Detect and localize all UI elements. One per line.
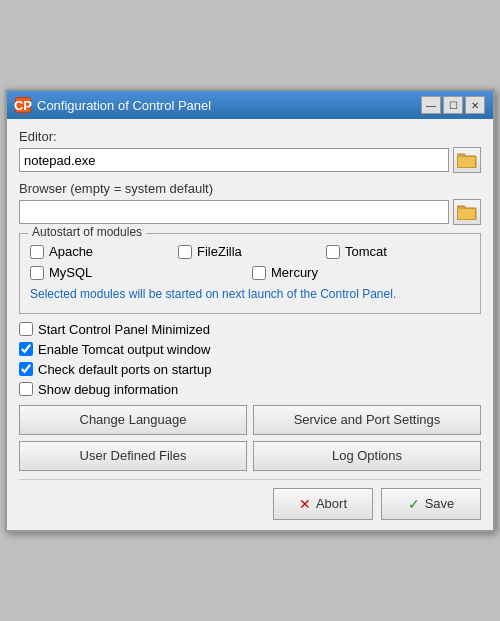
browser-row bbox=[19, 199, 481, 225]
close-button[interactable]: ✕ bbox=[465, 96, 485, 114]
bottom-buttons: ✕ Abort ✓ Save bbox=[19, 479, 481, 520]
abort-label: Abort bbox=[316, 496, 347, 511]
minimize-button[interactable]: — bbox=[421, 96, 441, 114]
browser-label: Browser (empty = system default) bbox=[19, 181, 481, 196]
log-options-button[interactable]: Log Options bbox=[253, 441, 481, 471]
option-default-ports[interactable]: Check default ports on startup bbox=[19, 362, 481, 377]
change-language-button[interactable]: Change Language bbox=[19, 405, 247, 435]
mercury-checkbox[interactable] bbox=[252, 266, 266, 280]
title-buttons: — ☐ ✕ bbox=[421, 96, 485, 114]
mercury-checkbox-item[interactable]: Mercury bbox=[252, 265, 470, 280]
option-debug[interactable]: Show debug information bbox=[19, 382, 481, 397]
autostart-group: Autostart of modules Apache FileZilla To… bbox=[19, 233, 481, 314]
default-ports-label: Check default ports on startup bbox=[38, 362, 211, 377]
folder-icon-2 bbox=[457, 204, 477, 220]
tomcat-output-checkbox[interactable] bbox=[19, 342, 33, 356]
mercury-label: Mercury bbox=[271, 265, 318, 280]
apache-checkbox-item[interactable]: Apache bbox=[30, 244, 174, 259]
action-buttons-grid: Change Language Service and Port Setting… bbox=[19, 405, 481, 471]
default-ports-checkbox[interactable] bbox=[19, 362, 33, 376]
abort-icon: ✕ bbox=[299, 496, 311, 512]
svg-rect-2 bbox=[458, 157, 475, 167]
editor-browse-button[interactable] bbox=[453, 147, 481, 173]
apache-checkbox[interactable] bbox=[30, 245, 44, 259]
main-window: CP Configuration of Control Panel — ☐ ✕ … bbox=[5, 89, 495, 532]
editor-row bbox=[19, 147, 481, 173]
browser-input[interactable] bbox=[19, 200, 449, 224]
debug-checkbox[interactable] bbox=[19, 382, 33, 396]
option-tomcat-output[interactable]: Enable Tomcat output window bbox=[19, 342, 481, 357]
autostart-info: Selected modules will be started on next… bbox=[30, 286, 470, 303]
editor-label: Editor: bbox=[19, 129, 481, 144]
autostart-row2: MySQL Mercury bbox=[30, 265, 470, 280]
autostart-row1: Apache FileZilla Tomcat bbox=[30, 244, 470, 259]
tomcat-label: Tomcat bbox=[345, 244, 387, 259]
save-label: Save bbox=[425, 496, 455, 511]
autostart-group-title: Autostart of modules bbox=[28, 225, 146, 239]
mysql-checkbox-item[interactable]: MySQL bbox=[30, 265, 248, 280]
window-title: Configuration of Control Panel bbox=[37, 98, 211, 113]
mysql-label: MySQL bbox=[49, 265, 92, 280]
maximize-button[interactable]: ☐ bbox=[443, 96, 463, 114]
minimized-checkbox[interactable] bbox=[19, 322, 33, 336]
app-icon: CP bbox=[15, 97, 31, 113]
save-icon: ✓ bbox=[408, 496, 420, 512]
tomcat-checkbox-item[interactable]: Tomcat bbox=[326, 244, 470, 259]
editor-input[interactable] bbox=[19, 148, 449, 172]
svg-rect-5 bbox=[458, 209, 475, 219]
filezilla-checkbox-item[interactable]: FileZilla bbox=[178, 244, 322, 259]
content-area: Editor: Browser (empty = system default) bbox=[7, 119, 493, 530]
tomcat-output-label: Enable Tomcat output window bbox=[38, 342, 210, 357]
minimized-label: Start Control Panel Minimized bbox=[38, 322, 210, 337]
abort-button[interactable]: ✕ Abort bbox=[273, 488, 373, 520]
save-button[interactable]: ✓ Save bbox=[381, 488, 481, 520]
filezilla-checkbox[interactable] bbox=[178, 245, 192, 259]
filezilla-label: FileZilla bbox=[197, 244, 242, 259]
debug-label: Show debug information bbox=[38, 382, 178, 397]
title-bar-left: CP Configuration of Control Panel bbox=[15, 97, 211, 113]
service-port-button[interactable]: Service and Port Settings bbox=[253, 405, 481, 435]
folder-icon bbox=[457, 152, 477, 168]
options-section: Start Control Panel Minimized Enable Tom… bbox=[19, 322, 481, 397]
mysql-checkbox[interactable] bbox=[30, 266, 44, 280]
tomcat-checkbox[interactable] bbox=[326, 245, 340, 259]
user-defined-button[interactable]: User Defined Files bbox=[19, 441, 247, 471]
browser-browse-button[interactable] bbox=[453, 199, 481, 225]
title-bar: CP Configuration of Control Panel — ☐ ✕ bbox=[7, 91, 493, 119]
option-minimized[interactable]: Start Control Panel Minimized bbox=[19, 322, 481, 337]
apache-label: Apache bbox=[49, 244, 93, 259]
